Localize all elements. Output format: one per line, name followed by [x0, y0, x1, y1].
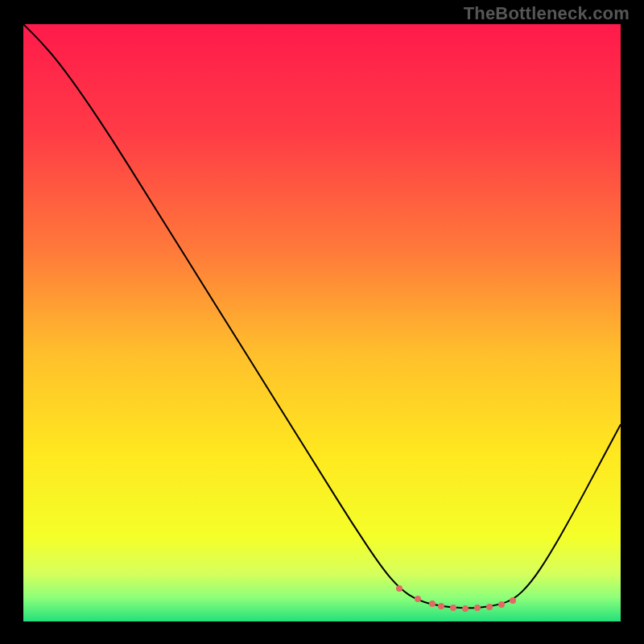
marker-dot	[462, 605, 469, 612]
marker-dot	[429, 601, 436, 607]
plot-area	[23, 24, 621, 621]
marker-dot	[438, 603, 444, 609]
marker-dot	[510, 597, 516, 604]
marker-dot	[498, 601, 505, 608]
marker-dot	[474, 605, 481, 611]
marker-dot	[396, 585, 402, 592]
chart-frame: TheBottleneck.com	[0, 0, 644, 644]
bottleneck-curve	[23, 24, 621, 621]
watermark-text: TheBottleneck.com	[464, 3, 630, 24]
marker-dot	[486, 604, 493, 610]
marker-dot	[415, 596, 421, 602]
marker-dot	[450, 605, 456, 611]
